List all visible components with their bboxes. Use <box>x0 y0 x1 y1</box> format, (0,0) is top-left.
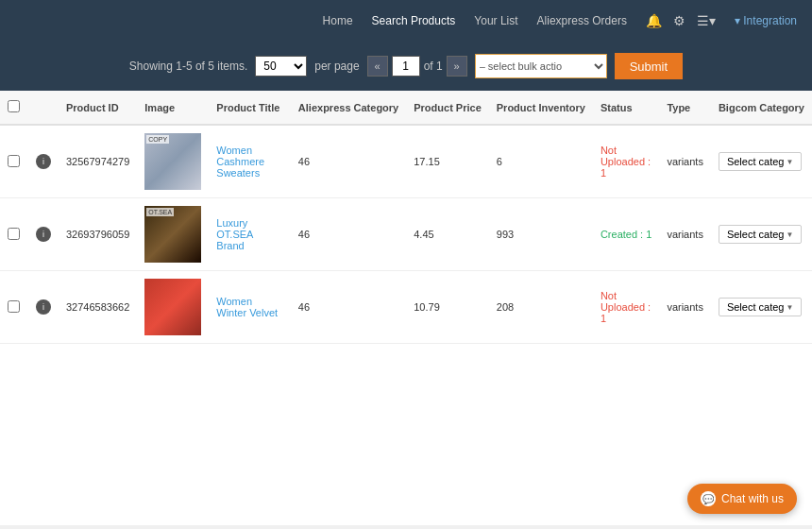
select-category-button[interactable]: Select categ <box>719 225 802 244</box>
gear-icon[interactable]: ⚙ <box>673 13 685 28</box>
product-image: COPY <box>137 125 209 198</box>
header-bigcom-category: Bigcom Category <box>711 91 812 125</box>
chat-label: Chat with us <box>721 492 784 505</box>
per-page-label: per page <box>314 60 359 73</box>
product-inventory: 6 <box>489 125 593 198</box>
product-id: 32567974279 <box>59 125 137 198</box>
table-row: i32693796059 OT.SEA Luxury OT.SEA Brand4… <box>0 198 812 271</box>
product-id: 32693796059 <box>59 198 137 271</box>
row-checkbox[interactable] <box>8 300 20 313</box>
nav-home[interactable]: Home <box>323 14 353 27</box>
bigcom-category: Select categ <box>711 125 812 198</box>
first-page-button[interactable]: « <box>367 56 388 77</box>
img-label: OT.SEA <box>146 208 174 216</box>
product-status: Created : 1 <box>593 198 659 271</box>
header-product-price: Product Price <box>406 91 489 125</box>
header-aliexpress-category: Aliexpress Category <box>291 91 406 125</box>
navbar-icons: 🔔 ⚙ ☰▾ <box>646 13 716 28</box>
product-title[interactable]: Luxury OT.SEA Brand <box>209 198 291 271</box>
table-row: i32746583662 Women Winter Velvet4610.792… <box>0 271 812 344</box>
nav-search-products[interactable]: Search Products <box>372 14 456 27</box>
header-checkbox <box>0 91 28 125</box>
header-product-id: Product ID <box>59 91 137 125</box>
of-pages-text: of 1 <box>424 60 443 73</box>
header-status: Status <box>593 91 659 125</box>
showing-text: Showing 1-5 of 5 items. <box>129 60 247 73</box>
nav-aliexpress-orders[interactable]: Aliexpress Orders <box>537 14 627 27</box>
page-number-input[interactable] <box>392 56 420 77</box>
select-all-checkbox[interactable] <box>8 100 20 112</box>
row-checkbox[interactable] <box>8 155 20 167</box>
header-product-inventory: Product Inventory <box>489 91 593 125</box>
product-status: Not Uploaded : 1 <box>593 271 659 344</box>
aliexpress-category: 46 <box>291 125 406 198</box>
table-row: i32567974279 COPY Women Cashmere Sweater… <box>0 125 812 198</box>
product-type: variants <box>659 198 711 271</box>
product-image: OT.SEA <box>137 198 209 271</box>
info-icon[interactable]: i <box>36 299 51 315</box>
product-img-placeholder: OT.SEA <box>144 206 201 263</box>
table-container: Product ID Image Product Title Aliexpres… <box>0 91 812 525</box>
row-checkbox[interactable] <box>8 228 20 240</box>
product-title[interactable]: Women Winter Velvet <box>209 271 291 344</box>
integration-button[interactable]: ▾ Integration <box>735 14 797 27</box>
submit-button[interactable]: Submit <box>615 53 683 79</box>
product-id: 32746583662 <box>59 271 137 344</box>
header-type: Type <box>659 91 711 125</box>
aliexpress-category: 46 <box>291 271 406 344</box>
product-type: variants <box>659 271 711 344</box>
product-title[interactable]: Women Cashmere Sweaters <box>209 125 291 198</box>
info-icon[interactable]: i <box>36 227 51 242</box>
product-image <box>137 271 209 344</box>
product-price: 4.45 <box>406 198 489 271</box>
nav-your-list[interactable]: Your List <box>474 14 517 27</box>
toolbar-bar: Showing 1-5 of 5 items. 25 50 100 200 pe… <box>0 42 812 91</box>
product-price: 17.15 <box>406 125 489 198</box>
header-product-title: Product Title <box>209 91 291 125</box>
info-icon[interactable]: i <box>36 154 51 169</box>
product-price: 10.79 <box>406 271 489 344</box>
status-badge: Created : 1 <box>601 229 651 240</box>
bulk-action-select[interactable]: – select bulk actio <box>475 54 607 78</box>
product-img-placeholder <box>144 279 201 335</box>
product-inventory: 208 <box>489 271 593 344</box>
chat-icon <box>701 491 716 506</box>
product-img-placeholder: COPY <box>144 133 201 190</box>
page-navigation: « of 1 » <box>367 56 467 77</box>
select-category-button[interactable]: Select categ <box>719 152 802 171</box>
bigcom-category: Select categ <box>711 198 812 271</box>
per-page-select[interactable]: 25 50 100 200 <box>255 56 307 77</box>
chat-button[interactable]: Chat with us <box>687 484 797 514</box>
aliexpress-category: 46 <box>291 198 406 271</box>
status-badge: Not Uploaded : 1 <box>601 145 651 179</box>
bigcom-category: Select categ <box>711 271 812 344</box>
last-page-button[interactable]: » <box>447 56 467 77</box>
product-status: Not Uploaded : 1 <box>593 125 659 198</box>
menu-icon[interactable]: ☰▾ <box>697 13 716 28</box>
img-label: COPY <box>146 135 169 144</box>
header-image: Image <box>137 91 209 125</box>
status-badge: Not Uploaded : 1 <box>601 290 651 324</box>
select-category-button[interactable]: Select categ <box>719 298 802 316</box>
products-table: Product ID Image Product Title Aliexpres… <box>0 91 812 344</box>
table-header-row: Product ID Image Product Title Aliexpres… <box>0 91 812 125</box>
bell-icon[interactable]: 🔔 <box>646 13 662 28</box>
product-inventory: 993 <box>489 198 593 271</box>
product-type: variants <box>659 125 711 198</box>
header-info <box>28 91 59 125</box>
navbar: Home Search Products Your List Aliexpres… <box>0 0 812 42</box>
